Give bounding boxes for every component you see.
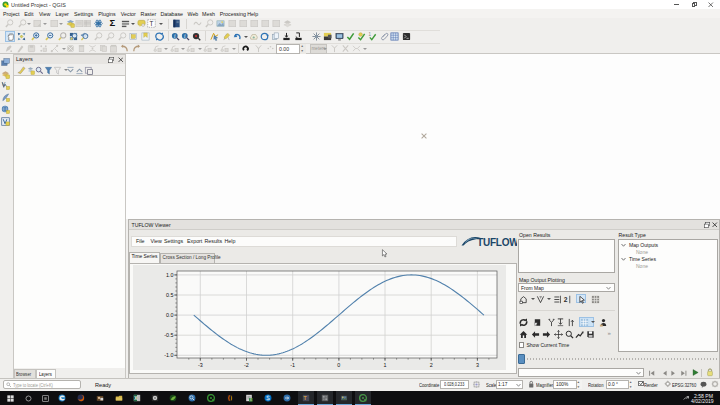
svg-text:2: 2 xyxy=(563,296,567,303)
